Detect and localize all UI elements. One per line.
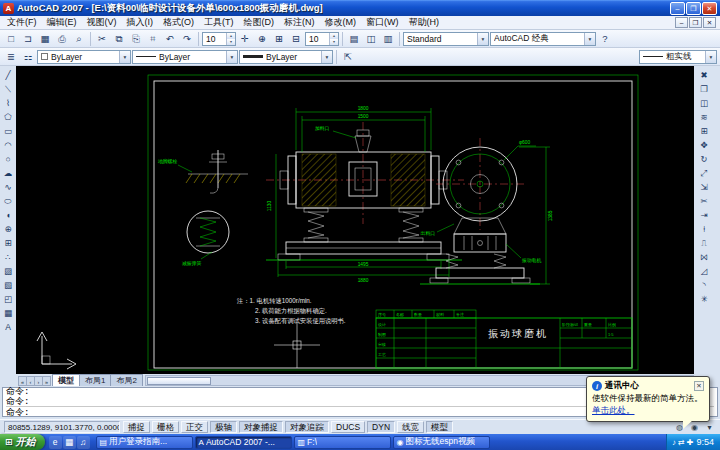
taskbar-task[interactable]: ▤用户登录指南... — [96, 436, 193, 449]
help-icon[interactable]: ? — [597, 31, 613, 47]
value-spinner-2[interactable]: 10▴▾ — [305, 32, 339, 46]
open-file-icon[interactable]: ⊐ — [20, 31, 36, 47]
break-icon[interactable]: ⎍ — [697, 236, 711, 250]
copy-object-icon[interactable]: ❐ — [697, 82, 711, 96]
scale-icon[interactable]: ⤢ — [697, 166, 711, 180]
menu-item-3[interactable]: 插入(I) — [122, 16, 159, 29]
value-spinner-1[interactable]: 10▴▾ — [202, 32, 236, 46]
menu-item-0[interactable]: 文件(F) — [2, 16, 42, 29]
mdi-close-button[interactable]: ✕ — [703, 17, 716, 28]
color-control-combo[interactable]: ByLayer▾ — [37, 50, 131, 64]
polyline-icon[interactable]: ⌇ — [1, 96, 15, 110]
make-object-layer-icon[interactable]: ⇱ — [340, 49, 356, 65]
antivirus-icon[interactable]: ✚ — [687, 438, 694, 447]
designcenter-icon[interactable]: ◫ — [363, 31, 379, 47]
balloon-close-icon[interactable]: ✕ — [694, 381, 704, 391]
explode-icon[interactable]: ✳ — [697, 292, 711, 306]
plot-style-combo[interactable]: 粗实线▾ — [639, 50, 717, 64]
rotate-icon[interactable]: ↻ — [697, 152, 711, 166]
polygon-icon[interactable]: ⬠ — [1, 110, 15, 124]
gradient-icon[interactable]: ▧ — [1, 278, 15, 292]
rectangle-icon[interactable]: ▭ — [1, 124, 15, 138]
toggle-正交[interactable]: 正交 — [181, 421, 208, 433]
value-spinner-2-down-icon[interactable]: ▾ — [330, 39, 338, 45]
lineweight-control-combo[interactable]: ByLayer▾ — [239, 50, 333, 64]
table-icon[interactable]: ▦ — [1, 306, 15, 320]
point-icon[interactable]: ∴ — [1, 250, 15, 264]
pan-icon[interactable]: ✛ — [237, 31, 253, 47]
toggle-对象捕捉[interactable]: 对象捕捉 — [239, 421, 283, 433]
break-at-point-icon[interactable]: ⍿ — [697, 222, 711, 236]
dropdown-arrow-icon[interactable]: ▾ — [119, 51, 130, 63]
media-player-icon[interactable]: ♫ — [77, 436, 90, 449]
new-file-icon[interactable]: □ — [3, 31, 19, 47]
tool-palettes-icon[interactable]: ▥ — [380, 31, 396, 47]
dropdown-arrow-icon[interactable]: ▾ — [226, 51, 237, 63]
linetype-control-combo[interactable]: ByLayer▾ — [132, 50, 238, 64]
toggle-DYN[interactable]: DYN — [367, 421, 395, 433]
maximize-button[interactable]: ❐ — [686, 2, 701, 15]
show-desktop-icon[interactable]: ▦ — [63, 436, 76, 449]
plot-icon[interactable]: ⎙ — [54, 31, 70, 47]
balloon-link[interactable]: 单击此处。 — [592, 405, 635, 417]
menu-item-5[interactable]: 工具(T) — [199, 16, 239, 29]
revision-cloud-icon[interactable]: ☁ — [1, 166, 15, 180]
undo-icon[interactable]: ↶ — [162, 31, 178, 47]
ellipse-arc-icon[interactable]: ◖ — [1, 208, 15, 222]
menu-item-6[interactable]: 绘图(D) — [239, 16, 280, 29]
stretch-icon[interactable]: ⇲ — [697, 180, 711, 194]
dropdown-arrow-icon[interactable]: ▾ — [477, 33, 488, 45]
status-menu-arrow-icon[interactable]: ▾ — [703, 421, 716, 433]
ellipse-icon[interactable]: ⬭ — [1, 194, 15, 208]
coordinates-display[interactable]: 80855.1289, 9101.3770, 0.0000 — [4, 421, 120, 433]
menu-item-2[interactable]: 视图(V) — [82, 16, 122, 29]
layer-states-icon[interactable]: ⚏ — [20, 49, 36, 65]
mdi-restore-button[interactable]: ❐ — [689, 17, 702, 28]
toggle-对象追踪[interactable]: 对象追踪 — [285, 421, 329, 433]
toggle-捕捉[interactable]: 捕捉 — [123, 421, 150, 433]
taskbar-task[interactable]: AAutoCAD 2007 -... — [195, 436, 292, 449]
zoom-realtime-icon[interactable]: ⊕ — [254, 31, 270, 47]
dropdown-arrow-icon[interactable]: ▾ — [584, 33, 595, 45]
construction-line-icon[interactable]: ⟍ — [1, 82, 15, 96]
spline-icon[interactable]: ∿ — [1, 180, 15, 194]
cut-icon[interactable]: ✂ — [94, 31, 110, 47]
insert-block-icon[interactable]: ⊕ — [1, 222, 15, 236]
text-style-combo[interactable]: Standard▾ — [403, 32, 489, 46]
hatch-icon[interactable]: ▨ — [1, 264, 15, 278]
workspace-combo[interactable]: AutoCAD 经典▾ — [490, 32, 596, 46]
close-button[interactable]: ✕ — [702, 2, 717, 15]
taskbar-task[interactable]: ▥F:\ — [294, 436, 391, 449]
redo-icon[interactable]: ↷ — [179, 31, 195, 47]
properties-icon[interactable]: ▤ — [346, 31, 362, 47]
paste-icon[interactable]: ⎘ — [128, 31, 144, 47]
match-properties-icon[interactable]: ⌗ — [145, 31, 161, 47]
start-button[interactable]: ⊞ 开始 — [0, 434, 45, 450]
layer-properties-icon[interactable]: ≣ — [3, 49, 19, 65]
drawing-canvas[interactable]: 1800 1500 加料口 1130 1495 — [16, 66, 694, 374]
region-icon[interactable]: ◰ — [1, 292, 15, 306]
minimize-button[interactable]: – — [670, 2, 685, 15]
fillet-icon[interactable]: ◝ — [697, 278, 711, 292]
circle-icon[interactable]: ○ — [1, 152, 15, 166]
menu-item-4[interactable]: 格式(O) — [158, 16, 199, 29]
array-icon[interactable]: ⊞ — [697, 124, 711, 138]
menu-item-10[interactable]: 帮助(H) — [404, 16, 445, 29]
toggle-模型[interactable]: 模型 — [426, 421, 453, 433]
network-icon[interactable]: ⇄ — [678, 438, 685, 447]
save-icon[interactable]: ▦ — [37, 31, 53, 47]
mdi-minimize-button[interactable]: – — [675, 17, 688, 28]
taskbar-task[interactable]: ◉图标无线espn视频 — [393, 436, 490, 449]
zoom-window-icon[interactable]: ⊞ — [271, 31, 287, 47]
join-icon[interactable]: ⨝ — [697, 250, 711, 264]
trim-icon[interactable]: ✂ — [697, 194, 711, 208]
scrollbar-thumb[interactable] — [147, 377, 211, 385]
toggle-栅格[interactable]: 栅格 — [152, 421, 179, 433]
arc-icon[interactable]: ◠ — [1, 138, 15, 152]
make-block-icon[interactable]: ⊞ — [1, 236, 15, 250]
volume-icon[interactable]: ♪ — [672, 438, 676, 447]
toggle-DUCS[interactable]: DUCS — [331, 421, 365, 433]
copy-icon[interactable]: ⧉ — [111, 31, 127, 47]
move-icon[interactable]: ✥ — [697, 138, 711, 152]
mirror-icon[interactable]: ◫ — [697, 96, 711, 110]
